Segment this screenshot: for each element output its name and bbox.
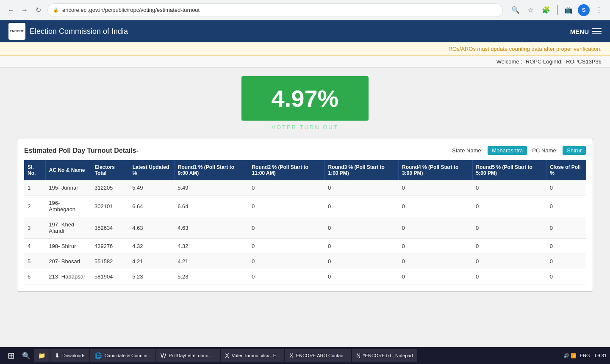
cast-button[interactable]: 📺: [563, 4, 574, 16]
turnout-box: 4.97%: [241, 76, 369, 121]
taskbar-icon-0: ⬇: [55, 352, 60, 359]
cell-0: 5: [24, 254, 45, 269]
cell-7: 0: [399, 269, 473, 284]
cell-6: 0: [324, 196, 399, 217]
cell-3: 5.23: [129, 269, 174, 284]
taskbar-label-2: PolIDayLetter.docx - ...: [169, 353, 216, 358]
nav-buttons: ← → ↻: [5, 4, 44, 16]
col-r1: Round1 % (Poll Start to 9:00 AM): [174, 160, 248, 180]
cell-0: 3: [24, 217, 45, 239]
cell-2: 581904: [91, 269, 129, 284]
start-button[interactable]: ⊞: [3, 349, 19, 362]
taskbar-icon-2: W: [161, 352, 166, 359]
table-row: 1195- Junnar3122055.495.4900000: [24, 180, 586, 196]
taskbar-right: 🔊 📶 ENG 09:31: [563, 353, 607, 358]
taskbar-item-3[interactable]: XVoter Turnout.xlsx - E...: [221, 349, 285, 362]
cell-6: 0: [324, 180, 399, 196]
cell-5: 0: [248, 180, 324, 196]
notification-text: ROs/AROs must update counting data after…: [449, 46, 602, 52]
forward-button[interactable]: →: [19, 4, 30, 16]
taskbar-search-button[interactable]: 🔍: [19, 349, 33, 362]
col-r3: Round3 % (Poll Start to 1:00 PM): [324, 160, 399, 180]
state-pc-info: State Name: Maharashtra PC Name: Shirur: [452, 146, 586, 155]
taskbar-item-1[interactable]: 🌐Candidate & Countin...: [90, 349, 155, 362]
data-table: Sl. No. AC No & Name Electors Total Late…: [24, 160, 586, 284]
app-logo: ENCORE: [8, 23, 25, 40]
taskbar-clock: 09:31: [595, 353, 607, 358]
search-button[interactable]: 🔍: [510, 4, 521, 16]
address-bar[interactable]: 🔒 encore.eci.gov.in/pc/public/ropc/votin…: [47, 3, 503, 17]
pc-badge: Shirur: [563, 146, 586, 155]
cell-8: 0: [472, 180, 546, 196]
cell-1: 213- Hadapsar: [45, 269, 91, 284]
cell-5: 0: [248, 217, 324, 239]
taskbar-item-5[interactable]: N*ENCORE.txt - Notepad: [352, 349, 417, 362]
cell-6: 0: [324, 239, 399, 254]
browser-chrome: ← → ↻ 🔒 encore.eci.gov.in/pc/public/ropc…: [0, 0, 610, 20]
cell-1: 196- Ambegaon: [45, 196, 91, 217]
cell-4: 5.49: [174, 180, 248, 196]
bookmark-button[interactable]: ☆: [525, 4, 537, 16]
taskbar-item-explorer[interactable]: 📁: [34, 349, 50, 362]
cell-7: 0: [399, 217, 473, 239]
cell-0: 1: [24, 180, 45, 196]
taskbar-icon-5: N: [356, 352, 360, 359]
state-label: State Name:: [452, 147, 482, 154]
table-row: 5207- Bhosari5515824.214.2100000: [24, 254, 586, 269]
cell-4: 4.32: [174, 239, 248, 254]
col-ac: AC No & Name: [45, 160, 91, 180]
back-button[interactable]: ←: [5, 4, 17, 16]
col-latest: Latest Updated %: [129, 160, 174, 180]
state-badge: Maharashtra: [488, 146, 527, 155]
app-wrapper: ENCORE Election Commission of India MENU…: [0, 20, 610, 347]
col-electors: Electors Total: [91, 160, 129, 180]
cell-7: 0: [399, 239, 473, 254]
taskbar-items: ⬇Downloads🌐Candidate & Countin...WPolIDa…: [50, 349, 417, 362]
cell-8: 0: [472, 196, 546, 217]
taskbar-label-3: Voter Turnout.xlsx - E...: [232, 353, 280, 358]
cell-0: 2: [24, 196, 45, 217]
cell-1: 195- Junnar: [45, 180, 91, 196]
table-header-row: Estimated Poll Day Turnout Details- Stat…: [24, 146, 586, 155]
cell-5: 0: [248, 269, 324, 284]
taskbar-item-4[interactable]: XENCORE ARO Contac...: [285, 349, 351, 362]
cell-8: 0: [472, 254, 546, 269]
cell-8: 0: [472, 239, 546, 254]
table-row: 6213- Hadapsar5819045.235.2300000: [24, 269, 586, 284]
taskbar-item-0[interactable]: ⬇Downloads: [50, 349, 89, 362]
cell-9: 0: [546, 217, 586, 239]
cell-5: 0: [248, 239, 324, 254]
taskbar-icon-3: X: [225, 352, 229, 359]
pc-label: PC Name:: [532, 147, 557, 154]
cell-2: 439276: [91, 239, 129, 254]
taskbar-label-5: *ENCORE.txt - Notepad: [363, 353, 413, 358]
cell-9: 0: [546, 196, 586, 217]
extensions-button[interactable]: 🧩: [540, 4, 552, 16]
turnout-section: 4.97% VOTER TURN OUT: [17, 76, 593, 130]
cell-6: 0: [324, 269, 399, 284]
table-section: Estimated Poll Day Turnout Details- Stat…: [17, 139, 593, 292]
cell-1: 207- Bhosari: [45, 254, 91, 269]
profile-button[interactable]: S: [578, 4, 590, 16]
tray-icons: 🔊 📶: [563, 353, 577, 358]
welcome-text: Welcome :- ROPC LoginId:- ROPCS13P36: [496, 58, 602, 65]
menu-button[interactable]: ⋮: [593, 4, 605, 16]
reload-button[interactable]: ↻: [32, 4, 44, 16]
main-content: 4.97% VOTER TURN OUT Estimated Poll Day …: [0, 68, 610, 300]
col-sl: Sl. No.: [24, 160, 45, 180]
taskbar-item-2[interactable]: WPolIDayLetter.docx - ...: [156, 349, 220, 362]
cell-4: 4.21: [174, 254, 248, 269]
system-tray: 🔊 📶 ENG: [563, 353, 590, 358]
table-row: 2196- Ambegaon3021016.646.6400000: [24, 196, 586, 217]
table-row: 4198- Shirur4392764.324.3200000: [24, 239, 586, 254]
col-r5: Round5 % (Poll Start to 5:00 PM): [472, 160, 546, 180]
turnout-label: VOTER TURN OUT: [272, 124, 338, 130]
cell-5: 0: [248, 254, 324, 269]
menu-button[interactable]: MENU: [570, 28, 602, 35]
cell-9: 0: [546, 269, 586, 284]
logo-area: ENCORE Election Commission of India: [8, 23, 128, 40]
cell-4: 5.23: [174, 269, 248, 284]
cell-9: 0: [546, 254, 586, 269]
hamburger-icon: [592, 28, 602, 34]
cell-1: 197- Khed Alandi: [45, 217, 91, 239]
